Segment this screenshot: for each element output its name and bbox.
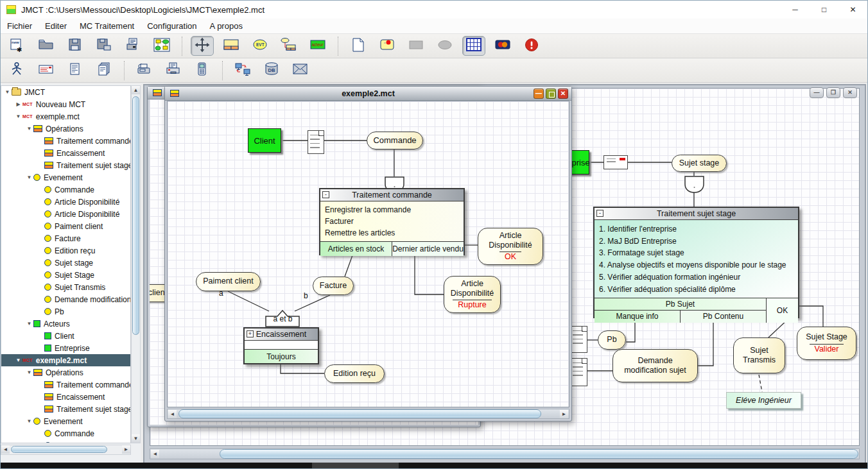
tree-vertical-scrollbar[interactable]: ▲ ▼ [131, 85, 141, 443]
title-bar[interactable]: JMCT :C:\Users\Messouci\Desktop\Logiciel… [1, 1, 867, 19]
result-dernier-article-vendu[interactable]: Dernier article vendu [392, 242, 464, 256]
result-toujours[interactable]: Toujours [245, 350, 318, 363]
active-diagram-canvas[interactable]: Client Commande - Traitement commande En… [167, 101, 569, 407]
phone-button[interactable] [191, 60, 214, 80]
result-articles-en-stock[interactable]: Articles en stock [320, 242, 392, 256]
tree-expander[interactable]: ▼ [26, 321, 33, 327]
child-minimize-button[interactable]: — [534, 89, 544, 99]
tree-item[interactable]: ▼Evenement [1, 171, 130, 183]
tree-item[interactable]: ▼JMCT [1, 86, 130, 98]
event-sujet-transmis[interactable]: Sujet Transmis [733, 337, 785, 373]
menu-editer[interactable]: Editer [45, 21, 67, 31]
result-pb-contenu[interactable]: Pb Contenu [681, 311, 766, 323]
database-button[interactable]: DB [260, 60, 283, 80]
event-paiment-client[interactable]: Paiment client [196, 272, 261, 291]
tree-item[interactable]: Commande [1, 427, 130, 439]
save-button[interactable] [64, 36, 87, 56]
tree-expander[interactable]: ▼ [26, 370, 33, 375]
tree-item[interactable]: Article Disponibilité [1, 196, 130, 208]
scroll-left-arrow[interactable]: ◄ [151, 450, 159, 458]
background-horizontal-scrollbar[interactable]: ◄ [150, 448, 860, 459]
scroll-left-arrow[interactable]: ◄ [1, 445, 10, 454]
result-manque-info[interactable]: Manque info [595, 311, 681, 323]
collapse-button[interactable]: - [322, 191, 329, 198]
tree-item[interactable]: Article Disponibilité [1, 208, 130, 220]
child-close-button[interactable]: ✕ [558, 89, 568, 99]
tree-hscroll-thumb[interactable] [11, 446, 107, 453]
scroll-left-arrow[interactable]: ◄ [168, 410, 177, 418]
tree-item[interactable]: Facture [1, 232, 130, 244]
mail-button[interactable] [289, 60, 312, 80]
tree-expander[interactable]: ▼ [26, 175, 33, 180]
event-commande[interactable]: Commande [367, 132, 423, 149]
collapse-button[interactable]: - [596, 210, 603, 217]
event-demande-modification[interactable]: Demande modification sujet [612, 349, 698, 382]
event-sujet-stage[interactable]: Sujet stage [672, 155, 727, 172]
model-button[interactable] [150, 36, 173, 56]
tree-expander[interactable]: ▼ [15, 357, 22, 363]
new-button[interactable]: new✱ [6, 36, 29, 56]
actor-tool-button[interactable]: acteur [306, 36, 329, 56]
tree-item[interactable]: Paiment client [1, 220, 130, 232]
tree-item[interactable]: ▼Evenement [1, 415, 130, 427]
document-icon[interactable] [570, 326, 587, 353]
operation-tool-button[interactable] [220, 36, 243, 56]
tree-expander[interactable]: ▼ [26, 126, 33, 132]
operation-encaissement[interactable]: + Encaissement Toujours [243, 327, 319, 364]
event-article-disponibilite-rupture[interactable]: Article Disponibilité Rupture [444, 276, 501, 313]
event-edition-recu[interactable]: Edition reçu [324, 364, 385, 383]
blank-page-button[interactable] [347, 36, 370, 56]
back-restore-button[interactable]: ❐ [826, 87, 840, 98]
note-button[interactable] [376, 36, 399, 56]
tree-item[interactable]: Traitement sujet stage [1, 159, 130, 171]
tree-expander[interactable]: ▼ [26, 418, 33, 424]
minimize-button[interactable]: ─ [781, 1, 810, 19]
network-button[interactable] [231, 60, 254, 80]
tree-item[interactable]: Client [1, 330, 130, 342]
operation-traitement-sujet-stage[interactable]: - Traitement sujet stage 1. Identifier l… [593, 207, 799, 318]
event-article-disponibilite-ok[interactable]: Article Disponibilité OK [478, 228, 543, 265]
maximize-button[interactable]: □ [810, 1, 838, 19]
menu-configuration[interactable]: Configuration [147, 21, 196, 31]
event-link-tool-button[interactable] [277, 36, 300, 56]
tree-expander[interactable]: ▼ [4, 89, 11, 95]
open-button[interactable] [35, 36, 58, 56]
back-hscroll-thumb[interactable] [220, 449, 858, 459]
operation-header[interactable]: + Encaissement [245, 328, 318, 341]
result-ok[interactable]: OK [766, 298, 798, 323]
operation-header[interactable]: - Traitement commande [320, 189, 464, 201]
documents-button[interactable] [92, 60, 116, 80]
tree-expander[interactable]: ▼ [15, 114, 22, 119]
actor-client[interactable]: Client [248, 128, 281, 153]
tree-item[interactable]: Commande [1, 183, 130, 196]
menu-mc-traitement[interactable]: MC Traitement [80, 21, 134, 31]
child-maximize-button[interactable] [546, 89, 556, 99]
event-pb[interactable]: Pb [598, 330, 626, 350]
scroll-right-arrow[interactable]: ► [560, 410, 568, 418]
tree-horizontal-scrollbar[interactable]: ◄ ► [1, 445, 131, 455]
scroll-down-arrow[interactable]: ▼ [132, 434, 140, 443]
tree-item[interactable]: Entreprise [1, 342, 130, 354]
actor-label-eleve-ingenieur[interactable]: Eléve Ingénieur [726, 392, 801, 409]
tree-item[interactable]: Sujet Stage [1, 269, 130, 281]
tree-item[interactable]: ▼Acteurs [1, 318, 130, 330]
result-pb-sujet[interactable]: Pb Sujet [595, 298, 766, 310]
scroll-right-arrow[interactable]: ► [122, 445, 130, 454]
cards-button[interactable] [491, 36, 514, 56]
letter-button[interactable] [35, 60, 58, 80]
active-mct-window[interactable]: exemple2.mct — ✕ [164, 86, 572, 422]
ellipse-tool-button[interactable] [433, 36, 456, 56]
print-button[interactable] [121, 36, 144, 56]
menu-fichier[interactable]: Fichier [7, 21, 32, 31]
tree-item[interactable]: Edition reçu [1, 244, 130, 257]
event-facture[interactable]: Facture [313, 277, 354, 295]
move-tool-button[interactable] [191, 36, 214, 56]
tree-item[interactable]: Sujet Transmis [1, 281, 130, 293]
document-button[interactable] [64, 60, 87, 80]
event-sujet-stage-valider[interactable]: Sujet Stage Valider [797, 327, 856, 360]
tree-item[interactable]: ▼Opérations [1, 123, 130, 135]
person-button[interactable] [6, 60, 29, 80]
document-icon[interactable] [308, 130, 324, 154]
tree-vscroll-thumb[interactable] [132, 96, 139, 335]
operation-header[interactable]: - Traitement sujet stage [595, 208, 798, 220]
